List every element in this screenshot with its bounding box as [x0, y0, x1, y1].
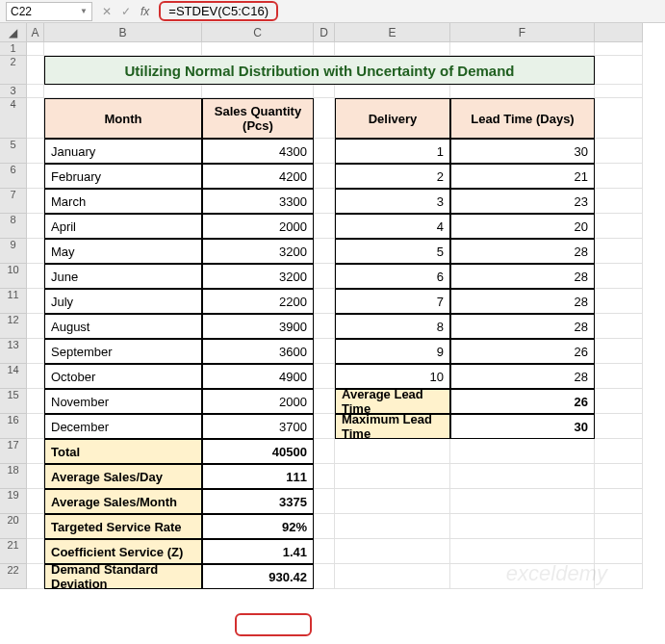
delivery-cell[interactable]: 8: [335, 314, 450, 339]
leadtime-cell[interactable]: 28: [450, 289, 595, 314]
right-summary-value[interactable]: 26: [450, 389, 595, 414]
qty-cell[interactable]: 3200: [202, 264, 314, 289]
row-20[interactable]: 20: [0, 514, 27, 539]
month-cell[interactable]: July: [44, 289, 202, 314]
leadtime-cell[interactable]: 30: [450, 139, 595, 164]
cancel-icon[interactable]: ✕: [102, 5, 112, 18]
right-summary-value[interactable]: 30: [450, 414, 595, 439]
month-cell[interactable]: August: [44, 314, 202, 339]
left-summary-label[interactable]: Total: [44, 439, 202, 464]
leadtime-cell[interactable]: 28: [450, 239, 595, 264]
left-summary-value[interactable]: 3375: [202, 489, 314, 514]
qty-cell[interactable]: 2000: [202, 389, 314, 414]
qty-cell[interactable]: 3200: [202, 239, 314, 264]
delivery-cell[interactable]: 3: [335, 189, 450, 214]
col-D[interactable]: D: [314, 23, 335, 42]
month-cell[interactable]: September: [44, 339, 202, 364]
month-cell[interactable]: October: [44, 364, 202, 389]
row-14[interactable]: 14: [0, 364, 27, 389]
col-C[interactable]: C: [202, 23, 314, 42]
right-summary-label[interactable]: Average Lead Time: [335, 389, 450, 414]
delivery-cell[interactable]: 4: [335, 214, 450, 239]
month-cell[interactable]: January: [44, 139, 202, 164]
qty-cell[interactable]: 4300: [202, 139, 314, 164]
page-title: Utilizing Normal Distribution with Uncer…: [44, 56, 595, 85]
row-7[interactable]: 7: [0, 189, 27, 214]
leadtime-cell[interactable]: 28: [450, 264, 595, 289]
row-6[interactable]: 6: [0, 164, 27, 189]
left-summary-label[interactable]: Average Sales/Day: [44, 464, 202, 489]
row-12[interactable]: 12: [0, 314, 27, 339]
formula-input[interactable]: =STDEV(C5:C16): [159, 1, 278, 21]
row-19[interactable]: 19: [0, 489, 27, 514]
row-13[interactable]: 13: [0, 339, 27, 364]
month-cell[interactable]: June: [44, 264, 202, 289]
leadtime-cell[interactable]: 26: [450, 339, 595, 364]
row-17[interactable]: 17: [0, 439, 27, 464]
delivery-cell[interactable]: 1: [335, 139, 450, 164]
leadtime-cell[interactable]: 20: [450, 214, 595, 239]
row-18[interactable]: 18: [0, 464, 27, 489]
right-summary-label[interactable]: Maximum Lead Time: [335, 414, 450, 439]
row-8[interactable]: 8: [0, 214, 27, 239]
left-summary-value[interactable]: 92%: [202, 514, 314, 539]
leadtime-cell[interactable]: 23: [450, 189, 595, 214]
highlight-ring: [235, 613, 312, 636]
left-summary-label[interactable]: Average Sales/Month: [44, 489, 202, 514]
delivery-cell[interactable]: 10: [335, 364, 450, 389]
watermark: exceldemy: [506, 561, 607, 586]
delivery-cell[interactable]: 9: [335, 339, 450, 364]
left-summary-value[interactable]: 111: [202, 464, 314, 489]
row-16[interactable]: 16: [0, 414, 27, 439]
fx-label[interactable]: fx: [141, 5, 149, 18]
row-22[interactable]: 22: [0, 564, 27, 589]
qty-cell[interactable]: 3300: [202, 189, 314, 214]
qty-cell[interactable]: 4900: [202, 364, 314, 389]
left-summary-value[interactable]: 40500: [202, 439, 314, 464]
col-B[interactable]: B: [44, 23, 202, 42]
month-cell[interactable]: December: [44, 414, 202, 439]
qty-cell[interactable]: 2200: [202, 289, 314, 314]
col-E[interactable]: E: [335, 23, 450, 42]
month-cell[interactable]: February: [44, 164, 202, 189]
row-10[interactable]: 10: [0, 264, 27, 289]
enter-icon[interactable]: ✓: [121, 5, 131, 18]
left-summary-label[interactable]: Coefficient Service (Z): [44, 539, 202, 564]
row-5[interactable]: 5: [0, 139, 27, 164]
row-11[interactable]: 11: [0, 289, 27, 314]
delivery-cell[interactable]: 7: [335, 289, 450, 314]
month-cell[interactable]: May: [44, 239, 202, 264]
delivery-cell[interactable]: 5: [335, 239, 450, 264]
row-1[interactable]: 1: [0, 42, 27, 56]
qty-cell[interactable]: 3900: [202, 314, 314, 339]
month-cell[interactable]: April: [44, 214, 202, 239]
row-2[interactable]: 2: [0, 56, 27, 85]
row-15[interactable]: 15: [0, 389, 27, 414]
row-4[interactable]: 4: [0, 98, 27, 139]
col-F[interactable]: F: [450, 23, 595, 42]
leadtime-cell[interactable]: 28: [450, 364, 595, 389]
delivery-cell[interactable]: 6: [335, 264, 450, 289]
month-cell[interactable]: November: [44, 389, 202, 414]
row-21[interactable]: 21: [0, 539, 27, 564]
month-cell[interactable]: March: [44, 189, 202, 214]
name-box-dropdown-icon[interactable]: ▼: [80, 7, 88, 15]
left-summary-value[interactable]: 1.41: [202, 539, 314, 564]
name-box[interactable]: C22 ▼: [6, 2, 92, 21]
qty-cell[interactable]: 2000: [202, 214, 314, 239]
spreadsheet-grid: ◢ A B C D E F 1 2 Utilizing Normal Distr…: [0, 23, 665, 139]
leadtime-cell[interactable]: 28: [450, 314, 595, 339]
qty-cell[interactable]: 3700: [202, 414, 314, 439]
leadtime-cell[interactable]: 21: [450, 164, 595, 189]
delivery-cell[interactable]: 2: [335, 164, 450, 189]
qty-cell[interactable]: 3600: [202, 339, 314, 364]
left-summary-label[interactable]: Targeted Service Rate: [44, 514, 202, 539]
header-delivery: Delivery: [335, 98, 450, 139]
qty-cell[interactable]: 4200: [202, 164, 314, 189]
col-A[interactable]: A: [27, 23, 44, 42]
row-3[interactable]: 3: [0, 85, 27, 98]
left-summary-label[interactable]: Demand Standard Deviation: [44, 564, 202, 589]
select-all[interactable]: ◢: [0, 23, 27, 42]
row-9[interactable]: 9: [0, 239, 27, 264]
left-summary-value[interactable]: 930.42: [202, 564, 314, 589]
